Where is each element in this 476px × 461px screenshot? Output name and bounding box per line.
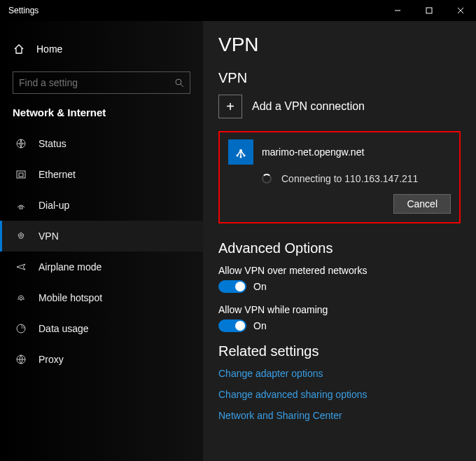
sidebar-item-airplane[interactable]: Airplane mode (0, 252, 203, 282)
minimize-button[interactable] (382, 0, 413, 21)
sidebar-item-label: VPN (38, 230, 59, 242)
page-heading: VPN (218, 34, 461, 56)
ethernet-icon (15, 169, 27, 180)
sidebar-item-ethernet[interactable]: Ethernet (0, 159, 203, 190)
plus-icon: + (218, 95, 242, 118)
connection-status: Connecting to 110.163.147.211 (281, 173, 418, 184)
sidebar: Home Network & Internet Status Ethernet … (0, 21, 203, 461)
svg-rect-1 (426, 8, 432, 13)
metered-toggle[interactable] (218, 280, 246, 293)
close-button[interactable] (444, 0, 476, 21)
add-vpn-label: Add a VPN connection (252, 100, 365, 113)
roaming-option-label: Allow VPN while roaming (218, 304, 461, 315)
metered-option-label: Allow VPN over metered networks (218, 265, 461, 276)
category-title: Network & Internet (0, 105, 203, 128)
related-settings-heading: Related settings (218, 343, 461, 359)
svg-rect-8 (19, 173, 23, 177)
sidebar-item-label: Ethernet (38, 169, 76, 180)
roaming-toggle-state: On (253, 320, 267, 331)
search-icon (174, 78, 184, 88)
svg-point-4 (176, 79, 181, 85)
maximize-button[interactable] (413, 0, 444, 21)
vpn-icon (15, 230, 27, 242)
titlebar: Settings (0, 0, 476, 21)
search-input[interactable] (19, 77, 174, 88)
svg-point-17 (240, 156, 242, 158)
svg-rect-9 (20, 207, 22, 209)
vpn-connection-card[interactable]: marimo-net.opengw.net Connecting to 110.… (218, 131, 461, 223)
dialup-icon (15, 200, 27, 211)
svg-line-5 (181, 84, 183, 87)
sidebar-item-label: Status (38, 138, 66, 149)
sidebar-item-label: Mobile hotspot (38, 292, 102, 303)
home-nav[interactable]: Home (0, 35, 203, 63)
window-title: Settings (8, 6, 382, 15)
svg-point-16 (244, 155, 246, 157)
svg-point-11 (20, 299, 22, 301)
airplane-icon (15, 261, 27, 273)
sidebar-item-hotspot[interactable]: Mobile hotspot (0, 282, 203, 313)
vpn-connection-icon (228, 139, 253, 165)
section-heading: VPN (218, 70, 461, 86)
link-network-center[interactable]: Network and Sharing Center (218, 410, 461, 421)
sidebar-item-label: Proxy (38, 354, 64, 365)
add-vpn-button[interactable]: + Add a VPN connection (218, 95, 461, 118)
link-adapter-options[interactable]: Change adapter options (218, 368, 461, 379)
connection-name: marimo-net.opengw.net (262, 146, 364, 158)
svg-point-15 (237, 155, 239, 157)
sidebar-item-proxy[interactable]: Proxy (0, 344, 203, 375)
hotspot-icon (15, 292, 27, 303)
roaming-toggle[interactable] (218, 319, 246, 332)
sidebar-item-status[interactable]: Status (0, 128, 203, 159)
sidebar-item-label: Airplane mode (38, 261, 102, 273)
sidebar-item-dialup[interactable]: Dial-up (0, 190, 203, 221)
sidebar-item-vpn[interactable]: VPN (0, 221, 203, 252)
data-usage-icon (15, 323, 27, 334)
cancel-button[interactable]: Cancel (393, 194, 451, 214)
sidebar-item-label: Dial-up (38, 200, 69, 211)
sidebar-item-label: Data usage (38, 323, 89, 334)
status-icon (15, 138, 27, 149)
spinner-icon (262, 174, 272, 184)
sidebar-item-datausage[interactable]: Data usage (0, 313, 203, 344)
metered-toggle-state: On (253, 281, 267, 292)
home-icon (13, 43, 25, 55)
main-content: VPN VPN + Add a VPN connection marimo-ne… (203, 21, 476, 461)
link-sharing-options[interactable]: Change advanced sharing options (218, 389, 461, 400)
advanced-options-heading: Advanced Options (218, 240, 461, 256)
proxy-icon (15, 354, 27, 365)
svg-point-10 (20, 235, 22, 237)
search-box[interactable] (13, 71, 190, 94)
home-label: Home (36, 43, 62, 55)
